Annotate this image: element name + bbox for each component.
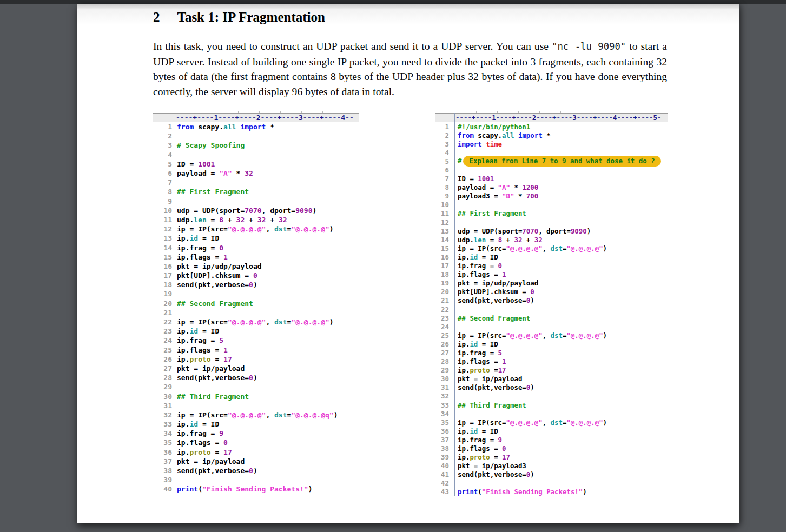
code-text: ip.flags = 1 <box>449 270 668 278</box>
section-title: Task 1: IP Fragmentation <box>177 10 325 25</box>
code-line: 31 <box>153 401 359 410</box>
code-text: udp = UDP(sport=7070, dport=9090) <box>449 227 668 235</box>
line-number: 22 <box>153 318 172 326</box>
line-number: 8 <box>435 183 449 191</box>
line-number: 27 <box>153 364 172 373</box>
line-number: 43 <box>435 488 449 496</box>
line-number: 3 <box>435 140 449 148</box>
code-line: 6payload = "A" * 32 <box>153 169 359 178</box>
code-text: print("Finish Sending Packets!") <box>172 485 359 493</box>
code-line: 13udp = UDP(sport=7070, dport=9090) <box>435 227 668 235</box>
code-text: ip = IP(src="@.@.@.@", dst="@.@.@.@") <box>172 225 359 233</box>
code-text: pkt[UDP].chksum = 0 <box>449 288 668 296</box>
gutter-separator <box>454 113 455 496</box>
code-line: 18ip.flags = 1 <box>435 270 668 279</box>
code-line: 33ip.id = ID <box>153 420 359 429</box>
code-line: 16pkt = ip/udp/payload <box>153 262 359 271</box>
code-listing-left: ----+----1----+----2----+----3----+----4… <box>153 111 359 494</box>
line-number: 20 <box>435 288 449 296</box>
code-text: udp = UDP(sport=7070, dport=9090) <box>172 207 359 215</box>
code-line: 23ip.id = ID <box>153 327 359 336</box>
line-number: 28 <box>435 357 449 365</box>
code-text: ip.id = ID <box>172 234 359 242</box>
line-number: 21 <box>153 309 172 317</box>
code-line: 9payload3 = "B" * 700 <box>435 192 668 201</box>
line-number: 39 <box>435 453 449 461</box>
code-text: #Explean from Line 7 to 9 and what dose … <box>449 156 668 167</box>
line-number: 28 <box>153 374 172 382</box>
code-line: 10udp = UDP(sport=7070, dport=9090) <box>153 206 359 215</box>
code-text: send(pkt,verbose=0) <box>449 470 668 478</box>
line-number: 19 <box>435 279 449 287</box>
code-line: 40print("Finish Sending Packets!") <box>153 484 359 494</box>
ruler-ticks <box>176 111 359 113</box>
code-line: 26ip.id = ID <box>435 340 668 348</box>
line-number: 7 <box>153 178 172 187</box>
code-line: 41send(pkt,verbose=0) <box>435 470 668 479</box>
code-line: 12 <box>435 218 668 227</box>
code-listing-right: ----+----1----+----2----+----3----+----4… <box>435 111 668 496</box>
line-number: 4 <box>435 149 449 157</box>
code-text: payload = "A" * 32 <box>172 169 359 177</box>
code-text: from scapy.all import * <box>172 123 359 131</box>
code-text: send(pkt,verbose=0) <box>449 296 668 304</box>
line-number: 26 <box>153 355 172 363</box>
code-text: ## Second Fragment <box>172 300 359 308</box>
code-text: ip = IP(src="@.@.@.@", dst="@.@.@.@") <box>449 418 668 427</box>
line-number: 18 <box>435 270 449 278</box>
code-text: ip.proto = 17 <box>172 448 359 456</box>
code-line: 30## Third Fragment <box>153 391 359 401</box>
code-text: ip.id = ID <box>172 327 359 335</box>
code-line: 20pkt[UDP].chksum = 0 <box>435 288 668 296</box>
line-number: 1 <box>435 123 449 131</box>
line-number: 15 <box>435 244 449 252</box>
line-number: 26 <box>435 340 449 348</box>
code-lines: 1from scapy.all import *23# Scapy Spoofi… <box>153 122 359 494</box>
code-text: ip.frag = 5 <box>449 349 668 357</box>
code-line: 8## First Fragment <box>153 187 359 196</box>
line-number: 36 <box>435 427 449 435</box>
line-number: 18 <box>153 281 172 289</box>
code-text: ## Second Fragment <box>449 314 668 322</box>
code-line: 26ip.proto = 17 <box>153 355 359 364</box>
code-text: pkt = ip/udp/payload <box>172 262 359 270</box>
code-line: 30pkt = ip/payload <box>435 375 668 383</box>
line-number: 16 <box>435 253 449 261</box>
line-number: 27 <box>435 349 449 357</box>
line-number: 1 <box>153 123 172 131</box>
line-number: 9 <box>153 197 172 205</box>
code-line: 24 <box>435 322 668 331</box>
code-text: ip.frag = 5 <box>172 336 359 344</box>
code-text: ip.id = ID <box>172 420 359 428</box>
code-text: pkt = ip/payload3 <box>449 462 668 470</box>
code-text: ip.flags = 1 <box>449 357 668 365</box>
line-number: 13 <box>153 234 172 242</box>
code-text: print("Finish Sending Packets!") <box>449 488 668 496</box>
line-number: 25 <box>153 346 172 354</box>
line-number: 37 <box>153 457 172 466</box>
line-number: 31 <box>435 383 449 391</box>
code-line: 27ip.frag = 5 <box>435 348 668 357</box>
code-text: payload = "A" * 1200 <box>449 183 668 191</box>
code-line: 34ip.frag = 9 <box>153 429 359 438</box>
task-paragraph: In this task, you need to construct an U… <box>153 39 667 99</box>
code-line: 2from scapy.all import * <box>435 131 668 139</box>
line-number: 11 <box>153 216 172 224</box>
line-number: 6 <box>153 169 172 177</box>
code-text: ip.flags = 0 <box>172 438 359 447</box>
code-text: send(pkt,verbose=0) <box>449 383 668 391</box>
code-line: 37pkt = ip/payload <box>153 457 359 466</box>
code-line: 39ip.proto = 17 <box>435 453 668 462</box>
code-text: ip.id = ID <box>449 427 668 435</box>
line-number: 17 <box>153 271 172 280</box>
line-number: 22 <box>435 305 449 314</box>
code-text: ip.flags = 1 <box>172 346 359 354</box>
code-text: ip.frag = 9 <box>172 429 359 437</box>
code-line: 25ip = IP(src="@.@.@.@", dst="@.@.@.@") <box>435 331 668 340</box>
column-ruler: ----+----1----+----2----+----3----+----4… <box>435 113 668 122</box>
code-text: ip = IP(src="@.@.@.@", dst="@.@.@.@") <box>449 244 668 252</box>
inline-code: "nc -lu 9090" <box>552 41 626 52</box>
code-text: pkt = ip/payload <box>449 375 668 383</box>
code-text: ip.proto = 17 <box>172 355 359 363</box>
code-line: 28ip.flags = 1 <box>435 357 668 366</box>
